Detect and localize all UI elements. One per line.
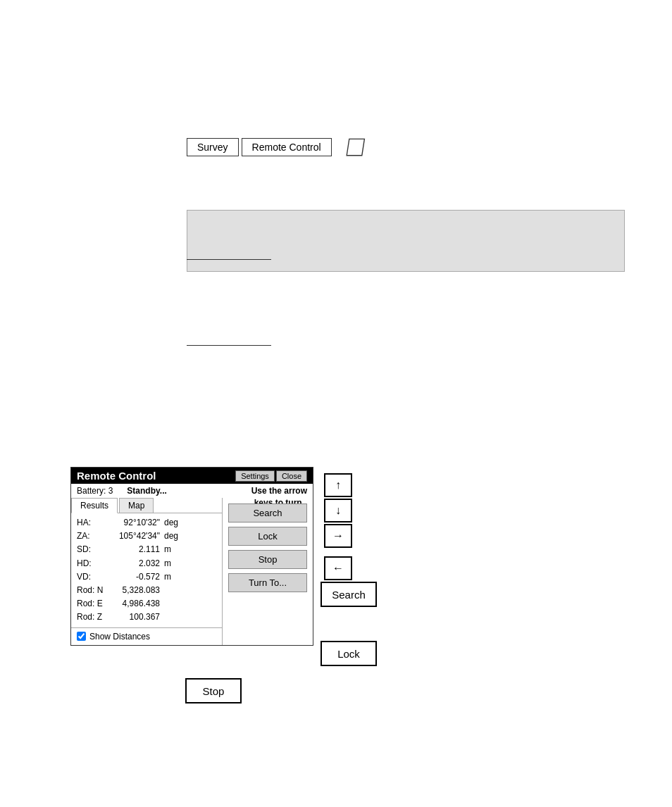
tab-results[interactable]: Results <box>71 498 118 513</box>
rc-turnto-button[interactable]: Turn To... <box>228 573 307 592</box>
stop-bottom-button[interactable]: Stop <box>185 678 242 703</box>
table-row: Rod: N 5,328.083 <box>77 584 216 597</box>
remote-control-panel: Remote Control Settings Close Battery: 3… <box>70 467 313 646</box>
gray-box-underline <box>187 259 271 260</box>
show-distances-row: Show Distances <box>71 627 222 645</box>
table-row: SD: 2.111 m <box>77 543 216 556</box>
arrow-buttons-group: ↑ ↓ → <box>324 473 352 549</box>
rc-title: Remote Control <box>77 470 156 482</box>
top-nav: Survey Remote Control <box>187 137 367 157</box>
arrow-left-button[interactable]: ← <box>324 556 352 580</box>
rc-right-panel: Search Lock Stop Turn To... <box>223 498 313 645</box>
lock-large-label: Lock <box>337 648 360 660</box>
arrow-up-button[interactable]: ↑ <box>324 473 352 497</box>
table-row: ZA: 105°42'34" deg <box>77 530 216 543</box>
arrow-up-icon: ↑ <box>335 479 341 492</box>
show-distances-checkbox[interactable] <box>77 632 86 641</box>
rc-tabs: Results Map <box>71 498 222 513</box>
search-large-label: Search <box>332 589 366 601</box>
svg-marker-0 <box>347 139 364 155</box>
rc-close-button[interactable]: Close <box>276 470 307 482</box>
stop-bottom-label: Stop <box>203 685 225 697</box>
arrow-right-icon: → <box>332 530 344 542</box>
rc-standby: Standby... <box>127 486 166 496</box>
arrow-down-icon: ↓ <box>335 504 341 517</box>
table-row: Rod: E 4,986.438 <box>77 597 216 611</box>
rc-settings-button[interactable]: Settings <box>235 470 275 482</box>
lock-large-button[interactable]: Lock <box>321 641 377 666</box>
arrow-down-button[interactable]: ↓ <box>324 499 352 523</box>
tab-map[interactable]: Map <box>119 498 154 513</box>
rc-body: Results Map HA: 92°10'32" deg ZA: 105°42… <box>71 498 313 645</box>
parallelogram-icon <box>342 137 367 157</box>
table-row: VD: -0.572 m <box>77 570 216 584</box>
search-large-button[interactable]: Search <box>321 582 377 607</box>
rc-data-table: HA: 92°10'32" deg ZA: 105°42'34" deg SD:… <box>71 513 222 627</box>
rc-search-button[interactable]: Search <box>228 503 307 523</box>
table-row: HD: 2.032 m <box>77 557 216 570</box>
rc-left-panel: Results Map HA: 92°10'32" deg ZA: 105°42… <box>71 498 223 645</box>
survey-button[interactable]: Survey <box>187 138 239 156</box>
second-underline <box>187 345 271 346</box>
table-row: Rod: Z 100.367 <box>77 611 216 624</box>
rc-titlebar-buttons: Settings Close <box>235 470 307 482</box>
show-distances-label: Show Distances <box>89 632 150 642</box>
rc-battery: Battery: 3 <box>77 486 113 496</box>
arrow-left-icon: ← <box>332 562 344 575</box>
rc-stop-button[interactable]: Stop <box>228 550 307 569</box>
remote-control-button[interactable]: Remote Control <box>242 138 332 156</box>
rc-lock-button[interactable]: Lock <box>228 527 307 546</box>
rc-titlebar: Remote Control Settings Close <box>71 468 313 484</box>
table-row: HA: 92°10'32" deg <box>77 516 216 530</box>
arrow-right-button[interactable]: → <box>324 524 352 548</box>
gray-text-box <box>187 210 625 272</box>
